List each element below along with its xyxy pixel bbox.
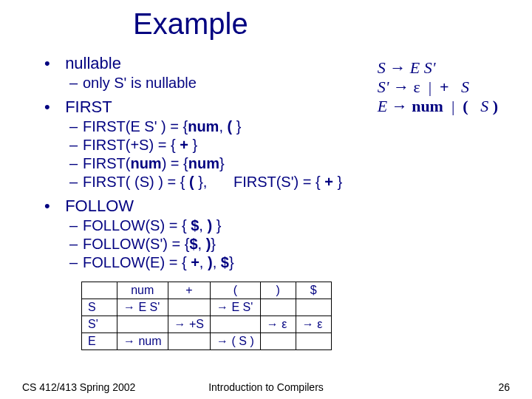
arrow-icon: → [392, 97, 408, 115]
g1-lhs: S [378, 58, 386, 77]
cell: → E S' [117, 299, 168, 316]
table-row: S' → +S → ε → ε [82, 316, 332, 333]
nullable-sublist: only S' is nullable [44, 75, 355, 92]
nullable-sub-item: only S' is nullable [69, 75, 355, 92]
cell [296, 299, 331, 316]
table-header-dollar: $ [296, 282, 331, 299]
nullable-label: nullable [65, 54, 121, 72]
follow-sublist: FOLLOW(S) = { $, ) } FOLLOW(S') = {$, )}… [44, 217, 355, 271]
bullet-follow: FOLLOW FOLLOW(S) = { $, ) } FOLLOW(S') =… [44, 197, 355, 271]
first-item-d: FIRST( (S) ) = { ( }, FIRST(S') = { + } [69, 174, 355, 191]
footer-mid: Introduction to Compilers [208, 381, 324, 393]
table-row: S → E S' → E S' [82, 299, 332, 316]
slide-title: Example [133, 7, 502, 41]
cell [260, 333, 296, 350]
cell: → ( S ) [211, 333, 261, 350]
follow-item-c: FOLLOW(E) = { +, ), $} [69, 254, 355, 271]
cell [211, 316, 261, 333]
g1-rhs: E S' [410, 58, 436, 77]
slide-container: Example nullable only S' is nullable FIR… [0, 0, 532, 399]
footer: CS 412/413 Spring 2002 Introduction to C… [0, 381, 532, 393]
g2-rhs1: ε | [413, 78, 435, 96]
bullet-nullable: nullable only S' is nullable [44, 54, 355, 92]
row-hdr-E: E [82, 333, 117, 350]
cell: → +S [168, 316, 210, 333]
main-columns: nullable only S' is nullable FIRST FIRST… [44, 54, 502, 277]
first-item-d-extra: FIRST(S') = { + } [233, 174, 342, 191]
cell: → num [117, 333, 168, 350]
cell [168, 333, 210, 350]
plus-terminal: + [440, 78, 449, 96]
cell [168, 299, 210, 316]
rparen-terminal: ) [493, 97, 498, 115]
first-sublist: FIRST(E S' ) = {num, ( } FIRST(+S) = { +… [44, 118, 355, 191]
cell: → ε [296, 316, 331, 333]
table-header-num: num [117, 282, 168, 299]
bullet-list-level1: nullable only S' is nullable FIRST FIRST… [44, 54, 355, 271]
table-header-blank [82, 282, 117, 299]
g3-lhs: E [378, 97, 387, 115]
parse-table: num + ( ) $ S → E S' → E S' S' → +S → ε … [81, 282, 332, 350]
table-row: E → num → ( S ) [82, 333, 332, 350]
g3-rhs2-s: S [472, 97, 493, 115]
grammar-line-1: S → E S' [378, 58, 498, 78]
table-header-rparen: ) [260, 282, 296, 299]
grammar-line-2: S' → ε | + S [378, 78, 498, 97]
lparen-terminal: ( [463, 97, 468, 115]
cell: → ε [260, 316, 296, 333]
row-hdr-S: S [82, 299, 117, 316]
g2-rhs2: S [453, 78, 469, 96]
footer-right: 26 [498, 381, 510, 393]
table-header-lparen: ( [211, 282, 261, 299]
footer-left: CS 412/413 Spring 2002 [22, 381, 135, 393]
cell [260, 299, 296, 316]
arrow-icon: → [389, 58, 406, 77]
left-column: nullable only S' is nullable FIRST FIRST… [44, 54, 355, 277]
first-item-b: FIRST(+S) = { + } [69, 137, 355, 154]
follow-label: FOLLOW [65, 197, 134, 215]
g3-rhs1: num [412, 97, 443, 115]
first-label: FIRST [65, 98, 112, 116]
table-header-row: num + ( ) $ [82, 282, 332, 299]
first-item-a: FIRST(E S' ) = {num, ( } [69, 118, 355, 135]
cell [117, 316, 168, 333]
arrow-icon: → [393, 78, 409, 96]
pipe: | [447, 97, 463, 115]
first-item-c: FIRST(num) = {num} [69, 155, 355, 172]
cell: → E S' [211, 299, 261, 316]
follow-item-b: FOLLOW(S') = {$, )} [69, 236, 355, 253]
table-header-plus: + [168, 282, 210, 299]
cell [296, 333, 331, 350]
g2-lhs: S' [378, 78, 389, 96]
follow-item-a: FOLLOW(S) = { $, ) } [69, 217, 355, 234]
grammar-line-3: E → num | ( S ) [378, 97, 498, 116]
grammar-box: S → E S' S' → ε | + S E → num | ( S ) [373, 55, 502, 119]
bullet-first: FIRST FIRST(E S' ) = {num, ( } FIRST(+S)… [44, 98, 355, 191]
row-hdr-Sprime: S' [82, 316, 117, 333]
